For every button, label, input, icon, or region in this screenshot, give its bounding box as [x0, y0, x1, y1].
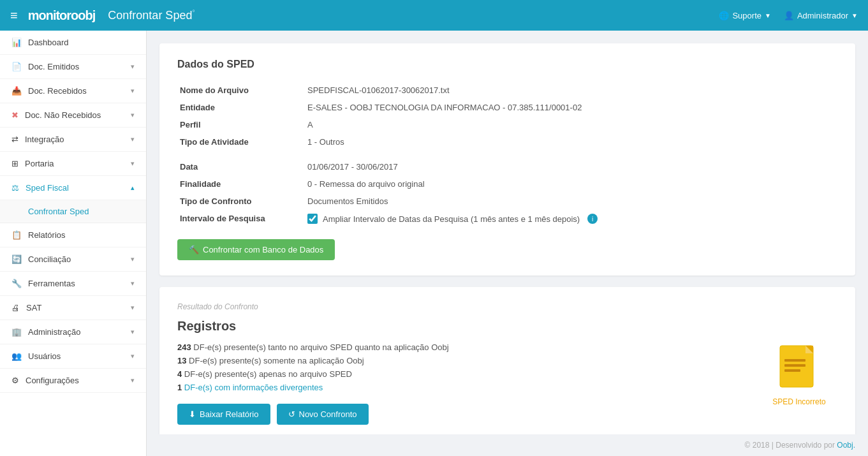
- hamburger-menu[interactable]: ≡: [10, 8, 18, 23]
- cross-icon: ✖: [11, 110, 18, 120]
- sidebar-item-label: Administração: [28, 327, 80, 337]
- chevron-down-icon: ▾: [131, 304, 135, 312]
- data-value: 01/06/2017 - 30/06/2017: [305, 158, 837, 175]
- confrontar-button[interactable]: 🔨 Confrontar com Banco de Dados: [177, 239, 335, 260]
- tool-icon: 🔧: [11, 279, 22, 288]
- dados-sped-title: Dados do SPED: [177, 59, 837, 70]
- stat-row: 4 DF-e(s) presente(s) apenas no arquivo …: [177, 369, 761, 379]
- resultado-label: Resultado do Confronto: [177, 302, 837, 311]
- table-row: Finalidade 0 - Remessa do arquivo origin…: [177, 175, 837, 193]
- intervalo-checkbox-label: Ampliar Intervalo de Datas da Pesquisa (…: [323, 214, 580, 224]
- sidebar-item-label: Usuários: [28, 351, 61, 361]
- chevron-down-icon: ▾: [131, 111, 135, 119]
- chevron-down-icon: ▾: [131, 63, 135, 71]
- intervalo-value: Ampliar Intervalo de Datas da Pesquisa (…: [305, 210, 837, 228]
- field-value: SPEDFISCAL-01062017-30062017.txt: [305, 82, 837, 99]
- registros-list: 243 DF-e(s) presente(s) tanto no arquivo…: [177, 342, 761, 425]
- report-icon: 📋: [11, 230, 22, 240]
- settings-icon: ⚙: [11, 376, 19, 385]
- footer-link[interactable]: Oobj.: [837, 441, 855, 450]
- sidebar-item-doc-recebidos[interactable]: 📥 Doc. Recebidos ▾: [0, 79, 146, 103]
- chevron-down-icon: ▾: [131, 255, 135, 263]
- sped-fiscal-submenu: Confrontar Sped: [0, 200, 146, 223]
- admin-link[interactable]: 👤 Administrador ▼: [784, 11, 858, 20]
- info-icon[interactable]: i: [587, 214, 598, 224]
- sidebar-item-sat[interactable]: 🖨 SAT ▾: [0, 296, 146, 320]
- stat-count: 1: [177, 383, 182, 392]
- dados-sped-card: Dados do SPED Nome do Arquivo SPEDFISCAL…: [159, 43, 855, 276]
- field-value: A: [305, 116, 837, 133]
- sidebar-item-doc-emitidos[interactable]: 📄 Doc. Emitidos ▾: [0, 55, 146, 79]
- chevron-down-icon: ▾: [131, 376, 135, 385]
- app-logo: monitoroobj: [28, 8, 96, 23]
- nav-right: 🌐 Suporte ▼ 👤 Administrador ▼: [719, 11, 858, 20]
- svg-rect-3: [784, 359, 805, 362]
- sidebar-item-relatorios[interactable]: 📋 Relatórios: [0, 223, 146, 247]
- sidebar-item-administracao[interactable]: 🏢 Administração ▾: [0, 320, 146, 344]
- users-icon: 👥: [11, 351, 22, 361]
- dados-sped-table: Nome do Arquivo SPEDFISCAL-01062017-3006…: [177, 82, 837, 228]
- sidebar-item-label: Ferramentas: [28, 279, 75, 288]
- resultado-content: 243 DF-e(s) presente(s) tanto no arquivo…: [177, 342, 837, 425]
- stat-row: 1 DF-e(s) com informações divergentes: [177, 383, 761, 392]
- sped-doc-icon: [777, 342, 821, 393]
- sat-icon: 🖨: [11, 303, 20, 313]
- doc-icon: 📄: [11, 62, 22, 71]
- finalidade-value: 0 - Remessa do arquivo original: [305, 175, 837, 193]
- sidebar-item-configuracoes[interactable]: ⚙ Configurações ▾: [0, 369, 146, 393]
- sidebar-item-sped-fiscal[interactable]: ⚖ Sped Fiscal ▴: [0, 176, 146, 200]
- stat-count: 243: [177, 342, 191, 352]
- chevron-down-icon: ▾: [131, 87, 135, 95]
- field-label: Perfil: [177, 116, 305, 133]
- sidebar-item-doc-nao-recebidos[interactable]: ✖ Doc. Não Recebidos ▾: [0, 103, 146, 128]
- stat-count: 13: [177, 356, 186, 365]
- share-icon: ⇄: [11, 135, 18, 144]
- sidebar-item-confrontar-sped[interactable]: Confrontar Sped: [0, 200, 146, 223]
- sidebar: 📊 Dashboard 📄 Doc. Emitidos ▾ 📥 Doc. Rec…: [0, 31, 147, 456]
- resultado-card: Resultado do Confronto Registros 243 DF-…: [159, 287, 855, 434]
- stat-text: DF-e(s) presente(s) apenas no arquivo SP…: [184, 369, 352, 379]
- page-title: Confrontar Sped°: [108, 9, 719, 22]
- intervalo-checkbox[interactable]: [307, 214, 318, 224]
- suporte-chevron-icon: ▼: [765, 12, 771, 19]
- scale-icon: ⚖: [11, 183, 19, 193]
- field-value: 1 - Outros: [305, 133, 837, 151]
- baixar-relatorio-button[interactable]: ⬇ Baixar Relatório: [177, 404, 270, 425]
- stat-link[interactable]: DF-e(s) com informações divergentes: [184, 383, 323, 392]
- layout: 📊 Dashboard 📄 Doc. Emitidos ▾ 📥 Doc. Rec…: [0, 31, 868, 456]
- sidebar-item-ferramentas[interactable]: 🔧 Ferramentas ▾: [0, 272, 146, 296]
- table-row: Tipo de Atividade 1 - Outros: [177, 133, 837, 151]
- sidebar-item-integracao[interactable]: ⇄ Integração ▾: [0, 128, 146, 152]
- tipo-confronto-label: Tipo de Confronto: [177, 193, 305, 210]
- sidebar-item-usuarios[interactable]: 👥 Usuários ▾: [0, 344, 146, 369]
- sped-incorreto-label: SPED Incorreto: [772, 397, 825, 406]
- sidebar-item-conciliacao[interactable]: 🔄 Conciliação ▾: [0, 247, 146, 272]
- user-icon: 👤: [784, 11, 794, 20]
- suporte-link[interactable]: 🌐 Suporte ▼: [719, 11, 770, 20]
- concil-icon: 🔄: [11, 254, 22, 264]
- sidebar-item-label: Integração: [25, 135, 64, 144]
- sidebar-item-label: Sped Fiscal: [26, 183, 69, 193]
- stat-text: DF-e(s) presente(s) somente na aplicação…: [189, 356, 364, 365]
- stat-row: 13 DF-e(s) presente(s) somente na aplica…: [177, 356, 761, 365]
- svg-rect-5: [784, 369, 800, 372]
- sidebar-item-dashboard[interactable]: 📊 Dashboard: [0, 31, 146, 55]
- footer: © 2018 | Desenvolvido por Oobj.: [147, 434, 868, 456]
- table-row: Tipo de Confronto Documentos Emitidos: [177, 193, 837, 210]
- btn-row: ⬇ Baixar Relatório ↺ Novo Confronto: [177, 404, 761, 425]
- field-label: Nome do Arquivo: [177, 82, 305, 99]
- chart-icon: 📊: [11, 38, 22, 47]
- sidebar-item-label: Doc. Emitidos: [28, 62, 79, 71]
- chevron-down-icon: ▾: [131, 159, 135, 168]
- sidebar-item-label: Dashboard: [28, 38, 69, 47]
- novo-confronto-button[interactable]: ↺ Novo Confronto: [277, 404, 369, 425]
- admin-icon: 🏢: [11, 327, 22, 337]
- svg-rect-4: [784, 364, 805, 367]
- topnav: ≡ monitoroobj Confrontar Sped° 🌐 Suporte…: [0, 0, 868, 31]
- globe-icon: 🌐: [719, 11, 729, 20]
- chevron-down-icon: ▾: [131, 135, 135, 143]
- sidebar-item-label: SAT: [26, 303, 41, 313]
- stat-text: DF-e(s) presente(s) tanto no arquivo SPE…: [193, 342, 448, 352]
- intervalo-label: Intervalo de Pesquisa: [177, 210, 305, 228]
- sidebar-item-portaria[interactable]: ⊞ Portaria ▾: [0, 152, 146, 176]
